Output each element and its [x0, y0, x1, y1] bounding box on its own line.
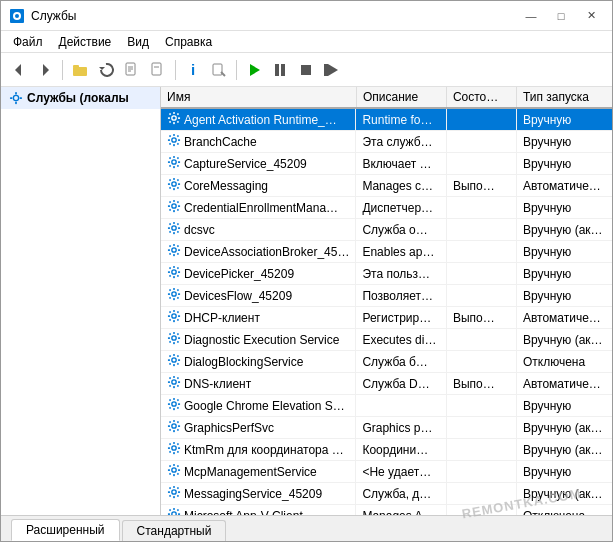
service-icon: [167, 375, 184, 392]
tab-standard[interactable]: Стандартный: [122, 520, 227, 541]
service-state-cell: [446, 285, 516, 307]
service-icon: [167, 221, 184, 238]
export2-button[interactable]: [146, 58, 170, 82]
svg-rect-106: [169, 297, 171, 299]
service-name-cell: DevicesFlow_45209: [161, 285, 356, 306]
svg-rect-109: [173, 310, 175, 312]
col-header-state[interactable]: Состо…: [446, 87, 516, 108]
service-name-cell: DialogBlockingService: [161, 351, 356, 372]
svg-rect-112: [178, 315, 180, 317]
service-icon: [167, 397, 184, 414]
svg-rect-78: [177, 223, 179, 225]
restart-button[interactable]: [320, 58, 344, 82]
col-header-start[interactable]: Тип запуска: [516, 87, 612, 108]
svg-rect-179: [177, 473, 179, 475]
svg-rect-119: [173, 342, 175, 344]
services-table: Имя Описание Состо… Тип запуска Вход от …: [161, 87, 612, 515]
table-row[interactable]: DHCP-клиентРегистрир…Выпо…Автоматиче…Лок…: [161, 307, 612, 329]
svg-rect-158: [169, 421, 171, 423]
table-row[interactable]: DevicePicker_45209Эта польз…ВручнуюЛокал…: [161, 263, 612, 285]
properties-button[interactable]: i: [181, 58, 205, 82]
service-start-cell: Вручную: [516, 241, 612, 263]
col-header-name[interactable]: Имя: [161, 87, 356, 108]
refresh-button[interactable]: [94, 58, 118, 82]
close-button[interactable]: ✕: [578, 6, 604, 26]
svg-rect-5: [73, 67, 87, 76]
table-row[interactable]: DNS-клиентСлужба D…Выпо…Автоматиче…Сетев…: [161, 373, 612, 395]
col-header-desc[interactable]: Описание: [356, 87, 446, 108]
service-state-cell: [446, 439, 516, 461]
maximize-button[interactable]: □: [548, 6, 574, 26]
svg-rect-134: [177, 363, 179, 365]
svg-rect-140: [169, 377, 171, 379]
svg-rect-142: [169, 385, 171, 387]
svg-rect-93: [168, 271, 170, 273]
svg-rect-89: [177, 253, 179, 255]
service-desc-cell: Executes di…: [356, 329, 446, 351]
new-button[interactable]: [207, 58, 231, 82]
svg-rect-96: [177, 267, 179, 269]
svg-rect-148: [178, 403, 180, 405]
svg-rect-71: [177, 209, 179, 211]
svg-rect-92: [173, 276, 175, 278]
table-row[interactable]: CaptureService_45209Включает …ВручнуюЛок…: [161, 153, 612, 175]
table-row[interactable]: Microsoft App-V ClientManages A…Отключен…: [161, 505, 612, 516]
table-row[interactable]: Diagnostic Execution ServiceExecutes di……: [161, 329, 612, 351]
menu-action[interactable]: Действие: [51, 33, 120, 50]
table-header-row: Имя Описание Состо… Тип запуска Вход от …: [161, 87, 612, 108]
table-row[interactable]: CredentialEnrollmentMana…Диспетчер…Вручн…: [161, 197, 612, 219]
table-row[interactable]: BranchCacheЭта служб…ВручнуюЛокальна: [161, 131, 612, 153]
main-area: Службы (локалы Имя Описание Состо… Тип з…: [1, 87, 612, 515]
service-desc-cell: Регистрир…: [356, 307, 446, 329]
stop-button[interactable]: [294, 58, 318, 82]
svg-rect-166: [178, 447, 180, 449]
table-row[interactable]: DeviceAssociationBroker_45…Enables ap…Вр…: [161, 241, 612, 263]
folder-button[interactable]: [68, 58, 92, 82]
table-row[interactable]: KtmRm для координатора …Координи…Вручную…: [161, 439, 612, 461]
menu-help[interactable]: Справка: [157, 33, 220, 50]
service-start-cell: Отключена: [516, 351, 612, 373]
table-row[interactable]: Google Chrome Elevation S…ВручнуюЛокальн…: [161, 395, 612, 417]
table-row[interactable]: GraphicsPerfSvcGraphics p…Вручную (ак…Ло…: [161, 417, 612, 439]
svg-marker-16: [250, 64, 260, 76]
tab-extended[interactable]: Расширенный: [11, 519, 120, 541]
svg-rect-173: [173, 474, 175, 476]
table-row[interactable]: dcsvcСлужба о…Вручную (ак…Локальна: [161, 219, 612, 241]
svg-rect-145: [173, 398, 175, 400]
table-row[interactable]: CoreMessagingManages c…Выпо…Автоматиче…Л…: [161, 175, 612, 197]
svg-rect-60: [177, 179, 179, 181]
back-button[interactable]: [7, 58, 31, 82]
svg-rect-120: [168, 337, 170, 339]
svg-rect-88: [169, 253, 171, 255]
svg-rect-143: [177, 385, 179, 387]
table-row[interactable]: DevicesFlow_45209Позволяет…ВручнуюЛокаль…: [161, 285, 612, 307]
title-controls: — □ ✕: [518, 6, 604, 26]
pause-button[interactable]: [268, 58, 292, 82]
svg-rect-29: [173, 122, 175, 124]
menu-file[interactable]: Файл: [5, 33, 51, 50]
svg-rect-194: [169, 509, 171, 511]
table-row[interactable]: McpManagementService<Не удает…ВручнуюЛок…: [161, 461, 612, 483]
svg-rect-160: [169, 429, 171, 431]
table-row[interactable]: DialogBlockingServiceСлужба б…ОтключенаЛ…: [161, 351, 612, 373]
table-row[interactable]: MessagingService_45209Служба, д…Вручную …: [161, 483, 612, 505]
svg-rect-127: [173, 354, 175, 356]
svg-rect-122: [169, 333, 171, 335]
svg-point-99: [172, 292, 176, 296]
svg-rect-6: [73, 65, 79, 68]
sidebar-item-services[interactable]: Службы (локалы: [1, 87, 160, 109]
svg-rect-118: [173, 332, 175, 334]
service-name-text: DeviceAssociationBroker_45…: [184, 245, 349, 259]
service-name-cell: CredentialEnrollmentMana…: [161, 197, 356, 218]
play-button[interactable]: [242, 58, 266, 82]
export-button[interactable]: [120, 58, 144, 82]
services-table-container[interactable]: Имя Описание Состо… Тип запуска Вход от …: [161, 87, 612, 515]
svg-rect-182: [173, 496, 175, 498]
table-row[interactable]: Agent Activation Runtime_…Runtime fo…Вру…: [161, 108, 612, 131]
svg-rect-170: [177, 451, 179, 453]
forward-button[interactable]: [33, 58, 57, 82]
bottom-tabs: Расширенный Стандартный: [1, 515, 612, 541]
svg-rect-51: [177, 157, 179, 159]
menu-view[interactable]: Вид: [119, 33, 157, 50]
minimize-button[interactable]: —: [518, 6, 544, 26]
